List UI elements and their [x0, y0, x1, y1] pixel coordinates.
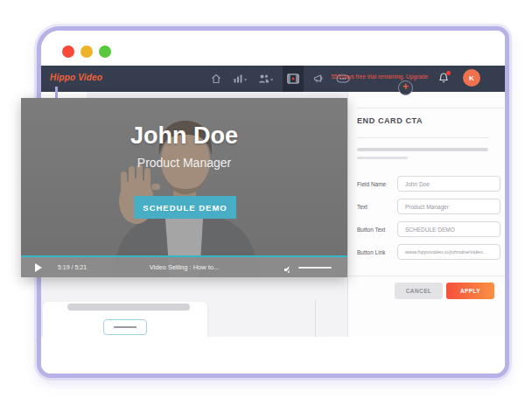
trial-notice[interactable]: 555 days free trial remaining. Upgrade — [331, 73, 428, 80]
analytics-icon[interactable]: ▾ — [231, 66, 248, 92]
divider — [357, 137, 488, 138]
scrollbar-tick — [55, 87, 58, 99]
app-header: Hippo Video ▾ — [41, 66, 505, 92]
button-link-input[interactable]: www.hippovideo.io/johndoe/video... — [397, 244, 500, 260]
field-name-input[interactable]: John Doe — [397, 176, 500, 192]
hippo-video-logo[interactable]: Hippo Video — [50, 73, 102, 82]
layout-divider — [315, 300, 316, 337]
notification-badge-icon — [446, 71, 451, 75]
campaigns-icon[interactable] — [312, 66, 326, 92]
placeholder-bar — [357, 157, 408, 159]
home-icon[interactable] — [209, 66, 223, 92]
schedule-demo-button[interactable]: SCHEDULE DEMO — [134, 196, 236, 219]
dash-icon — [114, 326, 136, 328]
contacts-icon[interactable]: ▾ — [256, 66, 275, 92]
text-label: Text — [357, 204, 368, 210]
volume-slider[interactable] — [298, 267, 332, 269]
text-input[interactable]: Product Manager — [397, 199, 500, 214]
videos-icon[interactable] — [283, 66, 304, 92]
panel-title: END CARD CTA — [357, 116, 423, 125]
expand-toggle-button[interactable] — [103, 319, 147, 335]
apply-button[interactable]: APPLY — [446, 283, 494, 299]
field-name-label: Field Name — [357, 181, 386, 187]
window-titlebar — [41, 31, 505, 66]
mute-icon[interactable] — [284, 262, 293, 272]
form-row: Text Product Manager — [357, 199, 500, 214]
maximize-window-icon[interactable] — [99, 45, 111, 58]
form-row: Field Name John Doe — [357, 176, 500, 192]
window-footer-area — [41, 337, 505, 378]
script-card-bar — [67, 304, 190, 311]
close-window-icon[interactable] — [62, 45, 74, 58]
button-link-label: Button Link — [357, 249, 386, 255]
form-row: Button Text SCHEDULE DEMO — [357, 221, 500, 237]
button-text-label: Button Text — [357, 227, 385, 233]
screenshot-stage: Hippo Video ▾ — [0, 0, 532, 398]
end-card-cta-panel: END CARD CTA Field Name John Doe Text Pr… — [347, 92, 505, 337]
placeholder-bar — [357, 148, 488, 151]
divider — [357, 108, 504, 108]
user-avatar[interactable]: K — [463, 69, 480, 87]
video-controls: 5:19 / 5:21 Video Selling : How to... — [21, 257, 347, 277]
end-card-role: Product Manager — [21, 156, 347, 170]
cancel-button[interactable]: CANCEL — [395, 283, 443, 299]
divider — [348, 276, 506, 276]
button-text-input[interactable]: SCHEDULE DEMO — [397, 221, 500, 237]
form-row: Button Link www.hippovideo.io/johndoe/vi… — [357, 244, 500, 260]
end-card-name: John Doe — [21, 122, 347, 150]
create-video-button[interactable]: + — [398, 80, 413, 95]
video-player[interactable]: John Doe Product Manager SCHEDULE DEMO 5… — [21, 98, 347, 277]
minimize-window-icon[interactable] — [80, 45, 93, 58]
